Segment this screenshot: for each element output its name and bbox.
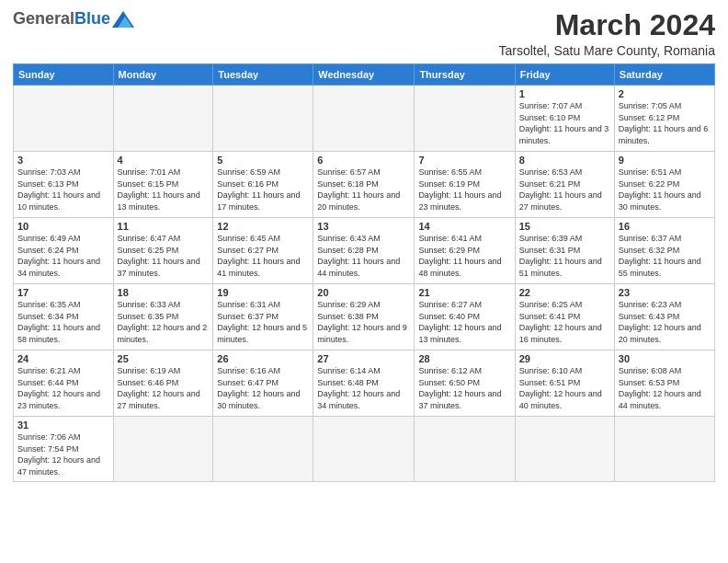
table-row: 20Sunrise: 6:29 AM Sunset: 6:38 PM Dayli… (313, 284, 415, 350)
day-info: Sunrise: 6:37 AM Sunset: 6:32 PM Dayligh… (619, 233, 711, 279)
day-info: Sunrise: 6:49 AM Sunset: 6:24 PM Dayligh… (17, 233, 109, 279)
day-info: Sunrise: 6:08 AM Sunset: 6:53 PM Dayligh… (619, 365, 711, 411)
table-row: 31Sunrise: 7:06 AM Sunset: 7:54 PM Dayli… (14, 417, 114, 481)
table-row: 23Sunrise: 6:23 AM Sunset: 6:43 PM Dayli… (614, 284, 714, 350)
day-info: Sunrise: 6:21 AM Sunset: 6:44 PM Dayligh… (17, 365, 109, 411)
logo-area: General Blue (13, 9, 134, 29)
table-row (515, 417, 614, 481)
month-year: March 2024 (498, 9, 715, 41)
day-info: Sunrise: 7:03 AM Sunset: 6:13 PM Dayligh… (17, 167, 109, 213)
day-info: Sunrise: 7:07 AM Sunset: 6:10 PM Dayligh… (519, 100, 610, 146)
table-row: 2Sunrise: 7:05 AM Sunset: 6:12 PM Daylig… (614, 86, 714, 152)
table-row: 28Sunrise: 6:12 AM Sunset: 6:50 PM Dayli… (415, 350, 515, 417)
day-number: 22 (519, 287, 610, 298)
day-info: Sunrise: 6:57 AM Sunset: 6:18 PM Dayligh… (317, 167, 410, 213)
day-info: Sunrise: 6:16 AM Sunset: 6:47 PM Dayligh… (217, 365, 309, 411)
table-row (415, 86, 515, 152)
day-number: 17 (17, 287, 109, 298)
table-row: 29Sunrise: 6:10 AM Sunset: 6:51 PM Dayli… (515, 350, 614, 417)
table-row: 10Sunrise: 6:49 AM Sunset: 6:24 PM Dayli… (14, 218, 114, 284)
day-number: 29 (519, 353, 610, 364)
col-monday: Monday (113, 64, 213, 86)
table-row (213, 417, 313, 481)
table-row: 27Sunrise: 6:14 AM Sunset: 6:48 PM Dayli… (313, 350, 415, 417)
day-info: Sunrise: 7:01 AM Sunset: 6:15 PM Dayligh… (118, 167, 210, 213)
table-row (113, 86, 213, 152)
table-row: 5Sunrise: 6:59 AM Sunset: 6:16 PM Daylig… (213, 152, 313, 218)
table-row (614, 417, 714, 481)
table-row: 15Sunrise: 6:39 AM Sunset: 6:31 PM Dayli… (515, 218, 614, 284)
page: General Blue March 2024 Tarsoltel, Satu … (0, 0, 728, 489)
day-info: Sunrise: 6:51 AM Sunset: 6:22 PM Dayligh… (619, 167, 711, 213)
table-row: 13Sunrise: 6:43 AM Sunset: 6:28 PM Dayli… (313, 218, 415, 284)
day-number: 8 (519, 155, 610, 166)
day-number: 14 (418, 221, 510, 232)
table-row: 6Sunrise: 6:57 AM Sunset: 6:18 PM Daylig… (313, 152, 415, 218)
table-row: 22Sunrise: 6:25 AM Sunset: 6:41 PM Dayli… (515, 284, 614, 350)
table-row: 8Sunrise: 6:53 AM Sunset: 6:21 PM Daylig… (515, 152, 614, 218)
day-info: Sunrise: 6:59 AM Sunset: 6:16 PM Dayligh… (217, 167, 309, 213)
day-number: 12 (217, 221, 309, 232)
day-number: 27 (317, 353, 410, 364)
day-number: 31 (17, 419, 109, 431)
day-info: Sunrise: 6:10 AM Sunset: 6:51 PM Dayligh… (519, 365, 610, 411)
col-sunday: Sunday (14, 64, 114, 86)
day-info: Sunrise: 6:45 AM Sunset: 6:27 PM Dayligh… (217, 233, 309, 279)
col-wednesday: Wednesday (313, 64, 415, 86)
day-number: 2 (619, 88, 711, 99)
logo-icon (112, 11, 134, 28)
title-area: March 2024 Tarsoltel, Satu Mare County, … (498, 9, 715, 58)
col-thursday: Thursday (415, 64, 515, 86)
day-number: 28 (418, 353, 510, 364)
header: General Blue March 2024 Tarsoltel, Satu … (13, 9, 715, 58)
day-number: 19 (217, 287, 309, 298)
table-row: 11Sunrise: 6:47 AM Sunset: 6:25 PM Dayli… (113, 218, 213, 284)
table-row: 24Sunrise: 6:21 AM Sunset: 6:44 PM Dayli… (14, 350, 114, 417)
day-number: 26 (217, 353, 309, 364)
day-number: 24 (17, 353, 109, 364)
day-number: 16 (619, 221, 711, 232)
day-number: 25 (118, 353, 210, 364)
logo-blue-text: Blue (74, 9, 110, 29)
day-number: 15 (519, 221, 610, 232)
day-info: Sunrise: 6:35 AM Sunset: 6:34 PM Dayligh… (17, 299, 109, 345)
col-tuesday: Tuesday (213, 64, 313, 86)
day-number: 23 (619, 287, 711, 298)
table-row: 30Sunrise: 6:08 AM Sunset: 6:53 PM Dayli… (614, 350, 714, 417)
day-number: 20 (317, 287, 410, 298)
logo-general-text: General (13, 9, 74, 29)
table-row: 16Sunrise: 6:37 AM Sunset: 6:32 PM Dayli… (614, 218, 714, 284)
day-number: 7 (418, 155, 510, 166)
day-number: 21 (418, 287, 510, 298)
table-row (14, 86, 114, 152)
day-info: Sunrise: 6:12 AM Sunset: 6:50 PM Dayligh… (418, 365, 510, 411)
table-row: 3Sunrise: 7:03 AM Sunset: 6:13 PM Daylig… (14, 152, 114, 218)
day-info: Sunrise: 6:14 AM Sunset: 6:48 PM Dayligh… (317, 365, 410, 411)
day-number: 1 (519, 88, 610, 99)
table-row: 26Sunrise: 6:16 AM Sunset: 6:47 PM Dayli… (213, 350, 313, 417)
day-info: Sunrise: 6:47 AM Sunset: 6:25 PM Dayligh… (118, 233, 210, 279)
table-row (213, 86, 313, 152)
day-info: Sunrise: 6:29 AM Sunset: 6:38 PM Dayligh… (317, 299, 410, 345)
table-row: 25Sunrise: 6:19 AM Sunset: 6:46 PM Dayli… (113, 350, 213, 417)
day-number: 5 (217, 155, 309, 166)
table-row: 14Sunrise: 6:41 AM Sunset: 6:29 PM Dayli… (415, 218, 515, 284)
day-info: Sunrise: 6:25 AM Sunset: 6:41 PM Dayligh… (519, 299, 610, 345)
day-info: Sunrise: 7:06 AM Sunset: 7:54 PM Dayligh… (17, 431, 109, 477)
table-row: 9Sunrise: 6:51 AM Sunset: 6:22 PM Daylig… (614, 152, 714, 218)
day-info: Sunrise: 6:31 AM Sunset: 6:37 PM Dayligh… (217, 299, 309, 345)
table-row: 18Sunrise: 6:33 AM Sunset: 6:35 PM Dayli… (113, 284, 213, 350)
logo: General Blue (13, 9, 134, 29)
day-number: 18 (118, 287, 210, 298)
table-row: 1Sunrise: 7:07 AM Sunset: 6:10 PM Daylig… (515, 86, 614, 152)
day-info: Sunrise: 6:41 AM Sunset: 6:29 PM Dayligh… (418, 233, 510, 279)
day-info: Sunrise: 6:53 AM Sunset: 6:21 PM Dayligh… (519, 167, 610, 213)
location: Tarsoltel, Satu Mare County, Romania (498, 43, 715, 58)
col-saturday: Saturday (614, 64, 714, 86)
day-info: Sunrise: 6:39 AM Sunset: 6:31 PM Dayligh… (519, 233, 610, 279)
table-row (113, 417, 213, 481)
table-row (415, 417, 515, 481)
day-info: Sunrise: 6:19 AM Sunset: 6:46 PM Dayligh… (118, 365, 210, 411)
table-row: 19Sunrise: 6:31 AM Sunset: 6:37 PM Dayli… (213, 284, 313, 350)
calendar-header-row: Sunday Monday Tuesday Wednesday Thursday… (14, 64, 715, 86)
